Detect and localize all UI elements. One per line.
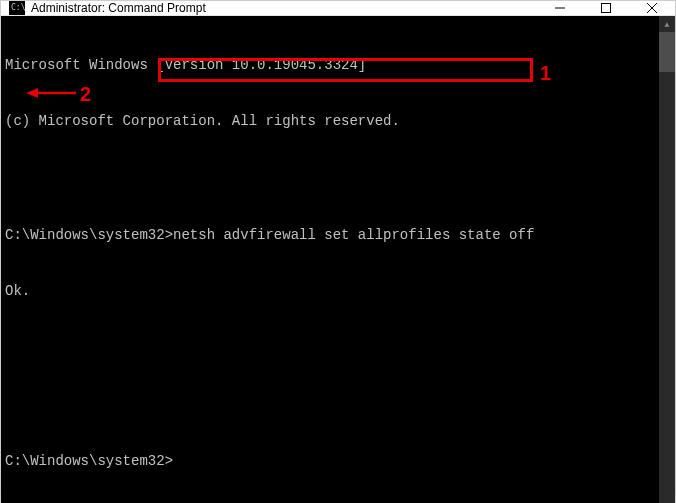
- cmd-icon: C:\: [9, 1, 25, 15]
- copyright-line: (c) Microsoft Corporation. All rights re…: [5, 112, 655, 131]
- scrollbar-up-arrow-icon[interactable]: ▲: [659, 16, 675, 32]
- terminal-container: Microsoft Windows [Version 10.0.19045.33…: [1, 16, 675, 503]
- blank-line: [5, 396, 655, 415]
- minimize-button[interactable]: [537, 1, 583, 15]
- titlebar-left: C:\ Administrator: Command Prompt: [9, 1, 206, 15]
- command-prompt-window: C:\ Administrator: Command Prompt Micros…: [0, 0, 676, 495]
- svg-marker-5: [26, 88, 38, 98]
- minimize-icon: [555, 3, 565, 13]
- close-icon: [647, 3, 657, 13]
- annotation-label-2: 2: [80, 81, 91, 108]
- titlebar[interactable]: C:\ Administrator: Command Prompt: [1, 1, 675, 16]
- prompt-prefix: C:\Windows\system32>: [5, 227, 173, 243]
- svg-rect-1: [602, 4, 611, 13]
- blank-line: [5, 169, 655, 188]
- terminal-output[interactable]: Microsoft Windows [Version 10.0.19045.33…: [1, 16, 659, 503]
- close-button[interactable]: [629, 1, 675, 15]
- vertical-scrollbar[interactable]: ▲ ▼: [659, 16, 675, 503]
- annotation-arrow-2: [26, 86, 76, 100]
- blank-line: [5, 339, 655, 358]
- response-line: Ok.: [5, 282, 655, 301]
- prompt-prefix: C:\Windows\system32>: [5, 453, 173, 469]
- prompt-line-2: C:\Windows\system32>: [5, 452, 655, 471]
- maximize-button[interactable]: [583, 1, 629, 15]
- prompt-line-1: C:\Windows\system32>netsh advfirewall se…: [5, 226, 655, 245]
- version-line: Microsoft Windows [Version 10.0.19045.33…: [5, 56, 655, 75]
- window-controls: [537, 1, 675, 15]
- command-text: netsh advfirewall set allprofiles state …: [173, 227, 534, 243]
- scrollbar-thumb[interactable]: [659, 32, 675, 72]
- maximize-icon: [601, 3, 611, 13]
- window-title: Administrator: Command Prompt: [31, 1, 206, 15]
